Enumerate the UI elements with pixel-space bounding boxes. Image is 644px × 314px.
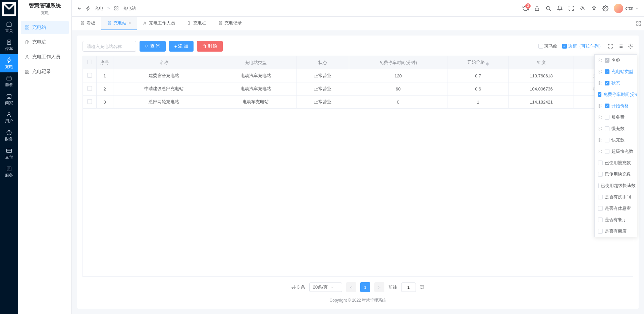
column-toggle-row[interactable]: 已使用慢充数	[595, 157, 637, 169]
refresh-icon[interactable]: 3	[523, 5, 529, 11]
zebra-checkbox[interactable]: 斑马纹	[538, 43, 557, 49]
page-prev[interactable]: <	[346, 282, 356, 292]
drag-icon[interactable]	[598, 58, 603, 63]
tab-0[interactable]: 看板	[74, 17, 101, 30]
svg-rect-53	[599, 118, 600, 119]
search-icon[interactable]	[545, 5, 551, 11]
select-all-checkbox[interactable]	[87, 60, 92, 64]
sidebar-item-2[interactable]: 充电工作人员	[21, 50, 69, 64]
nav-service[interactable]: 服务	[0, 163, 18, 181]
list-settings-icon[interactable]	[618, 44, 623, 49]
svg-rect-16	[28, 72, 29, 73]
nav-pay[interactable]: 支付	[0, 145, 18, 163]
column-checkbox[interactable]	[598, 92, 601, 97]
delete-button[interactable]: 删 除	[197, 41, 223, 52]
tab-2[interactable]: 充电工作人员	[137, 17, 181, 30]
svg-rect-52	[599, 116, 600, 117]
drag-icon[interactable]	[598, 126, 603, 131]
gear-icon[interactable]	[628, 44, 633, 49]
nav-user[interactable]: 用户	[0, 109, 18, 127]
nav-charge[interactable]: 充电	[0, 54, 18, 72]
row-checkbox[interactable]	[87, 73, 92, 78]
page-size-select[interactable]: 20条/页	[309, 282, 342, 292]
goto-input[interactable]	[401, 282, 416, 292]
column-toggle-row[interactable]: 已使用超级快速数	[595, 180, 637, 191]
row-checkbox[interactable]	[87, 99, 92, 104]
add-button[interactable]: +添 加	[169, 41, 194, 52]
column-toggle-row[interactable]: 免费停车时间(分钟)	[595, 89, 637, 100]
column-toggle-row[interactable]: 服务费	[595, 112, 637, 123]
drag-icon[interactable]	[598, 69, 603, 74]
column-toggle-row[interactable]: 快充数	[595, 134, 637, 146]
svg-rect-26	[81, 23, 83, 25]
tabs-grid-icon[interactable]	[636, 21, 641, 26]
column-checkbox[interactable]	[605, 69, 609, 74]
nav-park[interactable]: 停车	[0, 36, 18, 54]
fullscreen-icon[interactable]	[568, 5, 574, 11]
column-toggle-row[interactable]: 名称	[595, 55, 637, 66]
page-number[interactable]: 1	[360, 282, 370, 292]
theme-icon[interactable]	[591, 5, 597, 11]
column-checkbox[interactable]	[598, 161, 603, 165]
tab-1[interactable]: 充电站×	[101, 17, 137, 30]
sidebar-item-3[interactable]: 充电记录	[21, 65, 69, 78]
tab-close-icon[interactable]: ×	[128, 21, 131, 25]
drag-icon[interactable]	[598, 81, 603, 85]
col-header-4: 状态	[297, 56, 349, 69]
col-header-6[interactable]: 开始价格	[447, 56, 509, 69]
column-toggle-row[interactable]: 是否有洗手间	[595, 191, 637, 203]
sidebar-item-1[interactable]: 充电桩	[21, 36, 69, 49]
column-checkbox[interactable]	[605, 138, 609, 142]
collapse-icon[interactable]	[77, 6, 82, 11]
lock-icon[interactable]	[534, 5, 540, 11]
query-button[interactable]: 查 询	[140, 41, 166, 52]
border-checkbox[interactable]: 边框（可拉伸列）	[562, 43, 603, 49]
column-checkbox[interactable]	[605, 104, 609, 108]
column-checkbox[interactable]	[605, 126, 609, 131]
drag-icon[interactable]	[598, 104, 603, 108]
svg-rect-50	[599, 104, 600, 106]
user-menu[interactable]: cfzh	[614, 4, 639, 13]
svg-rect-13	[25, 70, 27, 71]
nav-merchant[interactable]: 商家	[0, 90, 18, 109]
column-checkbox[interactable]	[605, 58, 609, 63]
drag-icon[interactable]	[598, 115, 603, 120]
drag-icon[interactable]	[598, 138, 603, 142]
column-checkbox[interactable]	[598, 183, 599, 188]
column-toggle-row[interactable]: 是否有餐厅	[595, 214, 637, 226]
nav-home[interactable]: 首页	[0, 18, 18, 36]
column-checkbox[interactable]	[605, 81, 609, 85]
tab-4[interactable]: 充电记录	[212, 17, 248, 30]
drag-icon[interactable]	[598, 149, 603, 154]
cell: 120	[349, 69, 447, 82]
sidebar-item-0[interactable]: 充电站	[21, 21, 69, 34]
column-toggle-row[interactable]: 是否有休息室	[595, 203, 637, 214]
row-checkbox[interactable]	[87, 86, 92, 91]
column-toggle-row[interactable]: 已使用快充数	[595, 169, 637, 180]
column-toggle-row[interactable]: 慢充数	[595, 123, 637, 134]
nav-finance[interactable]: 财务	[0, 127, 18, 145]
nav-combo[interactable]: 套餐	[0, 72, 18, 90]
column-checkbox[interactable]	[598, 206, 603, 211]
breadcrumb-root[interactable]: 充电	[95, 5, 103, 11]
column-checkbox[interactable]	[605, 149, 609, 154]
language-icon[interactable]	[580, 5, 586, 11]
column-checkbox[interactable]	[605, 115, 609, 120]
settings-icon[interactable]	[602, 5, 608, 11]
search-input[interactable]	[83, 41, 136, 52]
column-checkbox[interactable]	[598, 195, 603, 199]
tabs-bar: 看板充电站×充电工作人员充电桩充电记录	[72, 17, 644, 30]
tab-3[interactable]: 充电桩	[181, 17, 212, 30]
column-checkbox[interactable]	[598, 172, 603, 177]
column-toggle-row[interactable]: 状态	[595, 77, 637, 89]
column-toggle-row[interactable]: 充电站类型	[595, 66, 637, 77]
page-next[interactable]: >	[374, 282, 384, 292]
column-checkbox[interactable]	[598, 229, 603, 234]
column-toggle-row[interactable]: 超级快充数	[595, 146, 637, 157]
column-checkbox[interactable]	[598, 217, 603, 222]
expand-icon[interactable]	[608, 44, 613, 49]
breadcrumb-leaf: 充电站	[123, 5, 136, 11]
bell-icon[interactable]	[557, 5, 563, 11]
column-toggle-row[interactable]: 开始价格	[595, 100, 637, 112]
column-toggle-row[interactable]: 是否有商店	[595, 226, 637, 237]
